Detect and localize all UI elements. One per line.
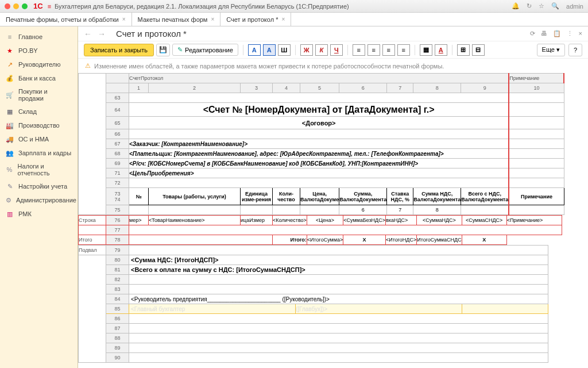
logo-eq: ≡ [48,3,51,10]
tab-layouts[interactable]: Макеты печатных форм× [132,13,221,26]
tab-bar: Печатные формы, отчеты и обработки× Маке… [0,13,588,26]
underline-button[interactable]: Ч [330,44,343,56]
merge-button[interactable]: ⊞ [457,44,470,56]
sidebar-item-poby[interactable]: ★PO.BY [0,44,78,57]
sidebar-item-assets[interactable]: 🚚ОС и НМА [0,132,78,146]
align-center-button[interactable]: ≡ [368,44,380,56]
logo-icon: 1C [33,2,43,10]
refresh-icon[interactable]: ⟳ [530,30,535,37]
close-icon[interactable]: × [281,16,285,22]
align-left-button[interactable]: ≡ [353,44,365,56]
titlebar: 1C ≡ Бухгалтерия для Беларуси, редакция … [0,0,588,13]
more-button[interactable]: Еще ▾ [537,44,565,56]
sidebar-item-rmk[interactable]: ▥РМК [0,207,78,221]
copy-icon[interactable]: 📋 [553,30,561,37]
sidebar-item-hr[interactable]: 👥Зарплата и кадры [0,146,78,160]
font-color-button[interactable]: A [248,44,261,56]
border-color-button[interactable]: A [435,44,447,56]
page-title: Счет и протокол * [116,29,187,39]
sidebar-item-settings[interactable]: ✎Настройки учета [0,179,78,193]
sidebar-item-production[interactable]: 🏭Производство [0,118,78,132]
warning-icon: ⚠ [85,62,91,70]
bold-button[interactable]: Ж [300,44,313,56]
border-button[interactable]: ▦ [420,44,432,56]
sidebar-item-bank[interactable]: 💰Банк и касса [0,71,78,85]
help-button[interactable]: ? [568,44,582,56]
bell-icon[interactable]: 🔔 [512,2,520,10]
doc-title: <Счет № [НомерДокумента] от [ДатаДокумен… [129,103,509,117]
sidebar-item-warehouse[interactable]: ▦Склад [0,105,78,118]
star-icon[interactable]: ☆ [539,2,544,10]
spreadsheet[interactable]: СчетПротоколПримечание 12345678910 63 64… [78,73,588,368]
bg-color-button[interactable]: A [263,44,276,56]
window-close-icon[interactable]: × [579,30,582,37]
align-right-button[interactable]: ≡ [382,44,395,56]
nav-fwd-icon[interactable]: → [98,29,106,39]
sidebar: ≡Главное ★PO.BY ↗Руководителю 💰Банк и ка… [0,26,78,368]
tab-print-forms[interactable]: Печатные формы, отчеты и обработки× [0,13,132,26]
split-button[interactable]: ⊟ [472,44,485,56]
tab-invoice[interactable]: Счет и протокол *× [220,13,291,26]
sidebar-item-main[interactable]: ≡Главное [0,30,78,44]
menu-icon[interactable]: ⋮ [567,30,573,37]
save-icon[interactable]: 💾 [156,44,170,56]
sidebar-item-tax[interactable]: %Налоги и отчетность [0,160,78,179]
history-icon[interactable]: ↻ [527,2,532,10]
sidebar-item-sales[interactable]: 🛒Покупки и продажи [0,85,78,105]
sidebar-item-manager[interactable]: ↗Руководителю [0,57,78,71]
align-justify-button[interactable]: ≡ [397,44,410,56]
edit-mode-button[interactable]: ✎Редактирование [172,44,238,56]
save-close-button[interactable]: Записать и закрыть [84,44,154,56]
close-icon[interactable]: × [211,16,214,22]
toolbar: Записать и закрыть 💾 ✎Редактирование A A… [78,41,588,59]
sidebar-item-admin[interactable]: ⚙Администрирование [0,193,78,207]
font-button[interactable]: Ш [278,44,291,56]
section-header: СчетПротокол [129,74,509,83]
italic-button[interactable]: К [315,44,328,56]
search-icon[interactable]: 🔍 [551,2,559,10]
warning-bar: ⚠ Изменение имен областей, а также парам… [78,59,588,73]
user-label[interactable]: admin [566,3,583,10]
app-title: Бухгалтерия для Беларуси, редакция 2.1. … [55,3,512,10]
window-controls[interactable] [5,3,28,9]
breadcrumb: ← → Счет и протокол * ⟳ 🖶 📋 ⋮ × [78,26,588,41]
close-icon[interactable]: × [122,16,126,22]
nav-back-icon[interactable]: ← [84,29,92,39]
print-icon[interactable]: 🖶 [541,30,547,37]
